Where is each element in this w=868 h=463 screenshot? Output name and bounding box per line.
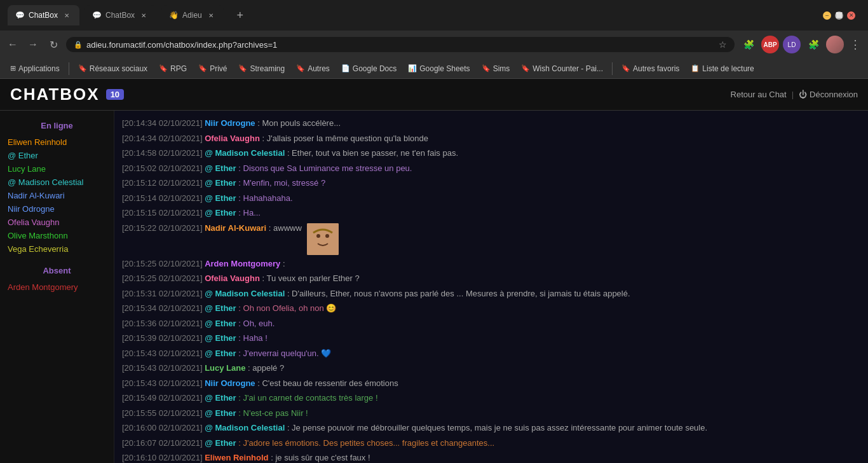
msg-time: [20:15:39 02/10/2021] [122, 333, 203, 343]
msg-user[interactable]: Lucy Lane [205, 363, 245, 373]
bookmark-label-streaming: Streaming [250, 64, 285, 73]
chat-message-17: [20:15:43 02/10/2021] Niir Odrogne : C'e… [122, 376, 860, 391]
msg-time: [20:14:34 02/10/2021] [122, 134, 203, 143]
absent-section-title: Absent [0, 262, 114, 280]
profile-ld[interactable]: LD [783, 36, 801, 53]
puzzle-icon[interactable]: 🧩 [804, 36, 822, 53]
bookmark-prive[interactable]: 🔖 Privé [193, 62, 232, 75]
msg-user[interactable]: @ Ether [205, 349, 236, 358]
back-button[interactable]: ← [5, 37, 20, 52]
msg-user[interactable]: @ Ether [205, 319, 236, 328]
msg-user[interactable]: Niir Odrogne [205, 118, 255, 128]
msg-user[interactable]: @ Ether [205, 208, 236, 218]
msg-user[interactable]: @ Madison Celestial [205, 148, 285, 158]
sims-icon: 🔖 [482, 64, 491, 73]
star-icon[interactable]: ☆ [719, 39, 727, 50]
favoris-icon: 🔖 [621, 64, 630, 73]
chat-message-20: [20:16:00 02/10/2021] @ Madison Celestia… [122, 420, 860, 436]
bookmark-streaming[interactable]: 🔖 Streaming [233, 62, 290, 75]
minimize-button[interactable]: – [823, 11, 831, 20]
sidebar-user-arden[interactable]: Arden Montgomery [0, 280, 114, 294]
msg-user[interactable]: @ Ether [205, 303, 236, 313]
chat-message-8: [20:15:22 02/10/2021] Nadir Al-Kuwari : … [122, 221, 860, 256]
msg-user[interactable]: @ Ether [205, 163, 236, 173]
profile-abp[interactable]: ABP [761, 36, 779, 53]
online-section-title: En ligne [0, 117, 114, 135]
refresh-button[interactable]: ↻ [46, 37, 61, 52]
close-button[interactable]: ✕ [847, 11, 855, 20]
msg-user[interactable]: Nadir Al-Kuwari [205, 223, 266, 233]
maximize-button[interactable]: ⬜ [835, 11, 843, 20]
sidebar-user-vega[interactable]: Vega Echeverria [0, 242, 114, 256]
sidebar-user-lucy[interactable]: Lucy Lane [0, 162, 114, 176]
bookmark-sep-2 [612, 62, 613, 75]
msg-time: [20:14:58 02/10/2021] [122, 148, 203, 158]
tab-chatbox-1[interactable]: 💬 ChatBox ✕ [8, 5, 79, 25]
profile-avatar[interactable] [826, 36, 844, 53]
retour-link[interactable]: Retour au Chat [731, 90, 787, 99]
chat-message-4: [20:15:02 02/10/2021] @ Ether : Disons q… [122, 161, 860, 176]
msg-user[interactable]: Arden Montgomery [205, 259, 280, 268]
tab-close-1[interactable]: ✕ [62, 10, 72, 20]
msg-user[interactable]: @ Ether [205, 333, 236, 343]
msg-text: : J'ai un carnet de contacts très large … [238, 393, 377, 403]
bookmark-applications[interactable]: ⊞ Applications [5, 62, 65, 75]
msg-user[interactable]: @ Ether [205, 438, 236, 448]
msg-text: : M'enfin, moi, stressé ? [238, 178, 325, 188]
bookmark-label-wish: Wish Counter - Pai... [532, 64, 603, 73]
msg-user[interactable]: Eliwen Reinhold [205, 453, 268, 462]
bookmark-autres-favoris[interactable]: 🔖 Autres favoris [616, 62, 684, 75]
new-tab-button[interactable]: + [231, 6, 249, 24]
bookmark-lecture[interactable]: 📋 Liste de lecture [686, 62, 759, 75]
sidebar-user-olive[interactable]: Olive Marsthonn [0, 229, 114, 242]
msg-user[interactable]: @ Ether [205, 393, 236, 403]
sidebar-user-madison[interactable]: @ Madison Celestial [0, 176, 114, 189]
msg-user[interactable]: @ Ether [205, 178, 236, 188]
bookmark-label-autres: Autres [308, 64, 330, 73]
menu-button[interactable]: ⋮ [848, 37, 863, 52]
msg-user[interactable]: @ Ether [205, 193, 236, 203]
tab-close-2[interactable]: ✕ [139, 10, 149, 20]
bookmark-sims[interactable]: 🔖 Sims [477, 62, 515, 75]
svg-point-1 [316, 234, 320, 238]
bookmark-googledocs[interactable]: 📄 Google Docs [336, 62, 402, 75]
tab-bar: 💬 ChatBox ✕ 💬 ChatBox ✕ 👋 Adieu ✕ + [0, 0, 257, 31]
wish-icon: 🔖 [521, 64, 530, 73]
chat-message-10: [20:15:25 02/10/2021] Ofelia Vaughn : Tu… [122, 271, 860, 286]
tab-adieu[interactable]: 👋 Adieu ✕ [161, 5, 224, 25]
msg-text: : Hahahahaha. [238, 193, 292, 203]
sidebar-user-niir[interactable]: Niir Odrogne [0, 202, 114, 216]
msg-user[interactable]: @ Madison Celestial [205, 289, 285, 298]
msg-time: [20:15:49 02/10/2021] [122, 393, 203, 403]
msg-user[interactable]: Ofelia Vaughn [205, 273, 260, 283]
msg-user[interactable]: Ofelia Vaughn [205, 134, 260, 143]
bookmark-wish[interactable]: 🔖 Wish Counter - Pai... [516, 62, 608, 75]
bookmark-rpg[interactable]: 🔖 RPG [154, 62, 192, 75]
bookmark-icon-4: 🔖 [238, 64, 247, 73]
msg-time: [20:15:22 02/10/2021] [122, 223, 203, 233]
tab-chatbox-2[interactable]: 💬 ChatBox ✕ [85, 5, 156, 25]
bookmark-reseaux[interactable]: 🔖 Réseaux sociaux [73, 62, 153, 75]
sidebar-user-ofelia[interactable]: Ofelia Vaughn [0, 216, 114, 229]
bookmark-label-prive: Privé [210, 64, 227, 73]
msg-time: [20:16:07 02/10/2021] [122, 438, 203, 448]
sidebar: En ligne Eliwen Reinhold @ Ether Lucy La… [0, 111, 114, 463]
bookmark-label: Applications [18, 64, 60, 73]
deconnexion-button[interactable]: ⏻ Déconnexion [799, 90, 858, 99]
bookmark-googlesheets[interactable]: 📊 Google Sheets [403, 62, 475, 75]
sidebar-user-ether[interactable]: @ Ether [0, 149, 114, 162]
msg-time: [20:16:00 02/10/2021] [122, 423, 203, 432]
sidebar-user-eliwen[interactable]: Eliwen Reinhold [0, 135, 114, 149]
msg-user[interactable]: Niir Odrogne [205, 378, 255, 388]
address-bar[interactable]: 🔒 adieu.forumactif.com/chatbox/index.php… [66, 37, 735, 52]
window-controls: – ⬜ ✕ [818, 6, 860, 25]
msg-user[interactable]: @ Ether [205, 408, 236, 418]
msg-user[interactable]: @ Madison Celestial [205, 423, 285, 432]
sidebar-user-nadir[interactable]: Nadir Al-Kuwari [0, 189, 114, 202]
bookmark-autres[interactable]: 🔖 Autres [291, 62, 335, 75]
forward-button[interactable]: → [25, 37, 41, 52]
msg-text: : Tu veux en parler Ether ? [262, 273, 359, 283]
chat-message-2: [20:14:34 02/10/2021] Ofelia Vaughn : J'… [122, 131, 860, 146]
tab-close-3[interactable]: ✕ [206, 10, 216, 20]
extensions-icon[interactable]: 🧩 [740, 36, 757, 53]
